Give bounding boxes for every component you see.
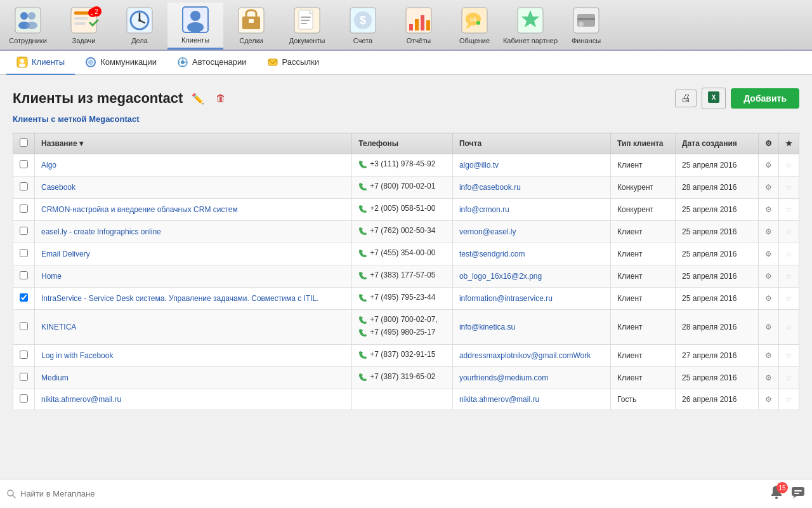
row-name-cell: Log in with Facebook bbox=[35, 345, 352, 367]
email-link[interactable]: info@crmon.ru bbox=[459, 205, 509, 214]
client-name-link[interactable]: IntraService - Service Desk система. Упр… bbox=[41, 294, 319, 303]
clients-icon bbox=[180, 4, 211, 35]
nav-klienty[interactable]: Клиенты bbox=[167, 3, 223, 50]
row-gear-cell[interactable]: ⚙ bbox=[759, 177, 779, 199]
tab-avtosenarii[interactable]: Автосценарии bbox=[167, 51, 257, 75]
phone-entry: +7 (762) 002-50-34 bbox=[358, 226, 446, 237]
row-checkbox[interactable] bbox=[20, 373, 28, 381]
email-link[interactable]: yourfriends@medium.com bbox=[459, 373, 548, 382]
svg-text:$: $ bbox=[360, 14, 366, 27]
row-gear-cell[interactable]: ⚙ bbox=[759, 389, 779, 410]
nav-dokumenty[interactable]: Документы bbox=[279, 3, 335, 50]
tab-klienty-label: Клиенты bbox=[32, 57, 65, 67]
phone-icon bbox=[358, 316, 367, 326]
row-checkbox[interactable] bbox=[20, 293, 28, 302]
row-checkbox[interactable] bbox=[20, 227, 28, 235]
nav-zadachi[interactable]: 2 Задачи 2 bbox=[56, 3, 112, 50]
email-link[interactable]: info@casebook.ru bbox=[459, 183, 521, 192]
row-gear-cell[interactable]: ⚙ bbox=[759, 288, 779, 310]
email-link[interactable]: info@kinetica.su bbox=[459, 323, 515, 331]
row-gear-cell[interactable]: ⚙ bbox=[759, 199, 779, 221]
nav-scheta[interactable]: $ Счета bbox=[335, 3, 391, 50]
delete-button[interactable]: 🗑 bbox=[213, 91, 228, 105]
row-date-cell: 26 апреля 2016 bbox=[676, 389, 759, 410]
row-checkbox[interactable] bbox=[20, 351, 28, 359]
phone-icon bbox=[358, 328, 367, 339]
row-star-cell[interactable]: ☆ bbox=[779, 265, 799, 288]
excel-button[interactable]: X bbox=[702, 88, 726, 109]
client-name-link[interactable]: Casebook bbox=[41, 183, 75, 192]
row-star-cell[interactable]: ☆ bbox=[779, 310, 799, 345]
nav-sdelki[interactable]: Сделки bbox=[223, 3, 279, 50]
client-name-link[interactable]: easel.ly - create Infographics online bbox=[41, 227, 161, 236]
email-link[interactable]: nikita.ahmerov@mail.ru bbox=[459, 395, 539, 404]
row-gear-cell[interactable]: ⚙ bbox=[759, 243, 779, 265]
email-link[interactable]: test@sendgrid.com bbox=[459, 250, 525, 258]
row-star-cell[interactable]: ☆ bbox=[779, 199, 799, 221]
row-checkbox[interactable] bbox=[20, 394, 28, 403]
nav-obshenie[interactable]: ok Общение bbox=[447, 3, 502, 50]
row-checkbox[interactable] bbox=[20, 204, 28, 213]
row-star-cell[interactable]: ☆ bbox=[779, 288, 799, 310]
nav-sotrudniki[interactable]: Сотрудники bbox=[0, 3, 56, 50]
row-star-cell[interactable]: ☆ bbox=[779, 345, 799, 367]
tab-klienty[interactable]: Клиенты bbox=[6, 51, 75, 75]
row-email-cell: info@crmon.ru bbox=[452, 199, 610, 221]
email-link[interactable]: algo@illo.tv bbox=[459, 161, 499, 170]
row-star-cell[interactable]: ☆ bbox=[779, 389, 799, 410]
row-checkbox[interactable] bbox=[20, 271, 28, 279]
email-link[interactable]: information@intraservice.ru bbox=[459, 294, 553, 303]
phone-number: +7 (383) 177-57-05 bbox=[370, 271, 435, 279]
email-link[interactable]: ob_logo_16x16@2x.png bbox=[459, 272, 542, 281]
nav-dela[interactable]: Дела bbox=[112, 3, 167, 50]
row-name-cell: Algo bbox=[35, 154, 352, 177]
client-name-link[interactable]: Home bbox=[41, 272, 62, 281]
table-row: Home+7 (383) 177-57-05ob_logo_16x16@2x.p… bbox=[13, 265, 799, 288]
email-link[interactable]: vernon@easel.ly bbox=[459, 227, 516, 236]
row-star-cell[interactable]: ☆ bbox=[779, 177, 799, 199]
row-checkbox[interactable] bbox=[20, 322, 28, 330]
nav-otchety-label: Отчёты bbox=[407, 37, 431, 44]
nav-finansy[interactable]: Финансы bbox=[558, 3, 614, 50]
row-phone-cell: +7 (800) 700-02-07,+7 (495) 980-25-17 bbox=[352, 310, 453, 345]
col-header-name[interactable]: Название ▾ bbox=[35, 133, 352, 154]
row-email-cell: addressmaxplotnikov@gmail.comWork bbox=[452, 345, 610, 367]
row-gear-cell[interactable]: ⚙ bbox=[759, 310, 779, 345]
email-link[interactable]: addressmaxplotnikov@gmail.comWork bbox=[459, 351, 591, 360]
row-star-cell[interactable]: ☆ bbox=[779, 367, 799, 389]
nav-kabinet[interactable]: Кабинет партнер bbox=[502, 3, 558, 50]
client-name-link[interactable]: Medium bbox=[41, 373, 69, 382]
row-star-cell[interactable]: ☆ bbox=[779, 243, 799, 265]
client-name-link[interactable]: nikita.ahmerov@mail.ru bbox=[41, 395, 121, 404]
row-gear-cell[interactable]: ⚙ bbox=[759, 345, 779, 367]
row-email-cell: info@casebook.ru bbox=[452, 177, 610, 199]
row-star-cell[interactable]: ☆ bbox=[779, 221, 799, 243]
row-gear-cell[interactable]: ⚙ bbox=[759, 154, 779, 177]
row-gear-cell[interactable]: ⚙ bbox=[759, 265, 779, 288]
row-date-cell: 25 апреля 2016 bbox=[676, 367, 759, 389]
row-date-cell: 25 апреля 2016 bbox=[676, 243, 759, 265]
row-checkbox-cell bbox=[13, 288, 35, 310]
client-name-link[interactable]: KINETICA bbox=[41, 323, 76, 331]
edit-title-button[interactable]: ✏️ bbox=[189, 91, 207, 106]
client-name-link[interactable]: CRMON-настройка и внедрение облачных CRM… bbox=[41, 205, 238, 214]
select-all-checkbox[interactable] bbox=[20, 138, 28, 147]
phone-icon bbox=[358, 182, 367, 193]
row-checkbox[interactable] bbox=[20, 249, 28, 257]
add-client-button[interactable]: Добавить bbox=[731, 88, 799, 109]
tab-kommunikacii[interactable]: Коммуникации bbox=[75, 51, 167, 75]
subtitle-tag: Megacontact bbox=[89, 114, 139, 124]
client-name-link[interactable]: Algo bbox=[41, 161, 56, 170]
row-gear-cell[interactable]: ⚙ bbox=[759, 367, 779, 389]
nav-otchety[interactable]: Отчёты bbox=[391, 3, 447, 50]
phone-icon bbox=[358, 351, 367, 361]
client-name-link[interactable]: Email Delivery bbox=[41, 250, 90, 258]
row-star-cell[interactable]: ☆ bbox=[779, 154, 799, 177]
print-button[interactable]: 🖨 bbox=[675, 90, 697, 107]
client-name-link[interactable]: Log in with Facebook bbox=[41, 351, 113, 360]
row-gear-cell[interactable]: ⚙ bbox=[759, 221, 779, 243]
row-checkbox-cell bbox=[13, 199, 35, 221]
row-checkbox[interactable] bbox=[20, 160, 28, 168]
tab-rassylki[interactable]: Рассылки bbox=[257, 51, 329, 75]
row-checkbox[interactable] bbox=[20, 182, 28, 190]
